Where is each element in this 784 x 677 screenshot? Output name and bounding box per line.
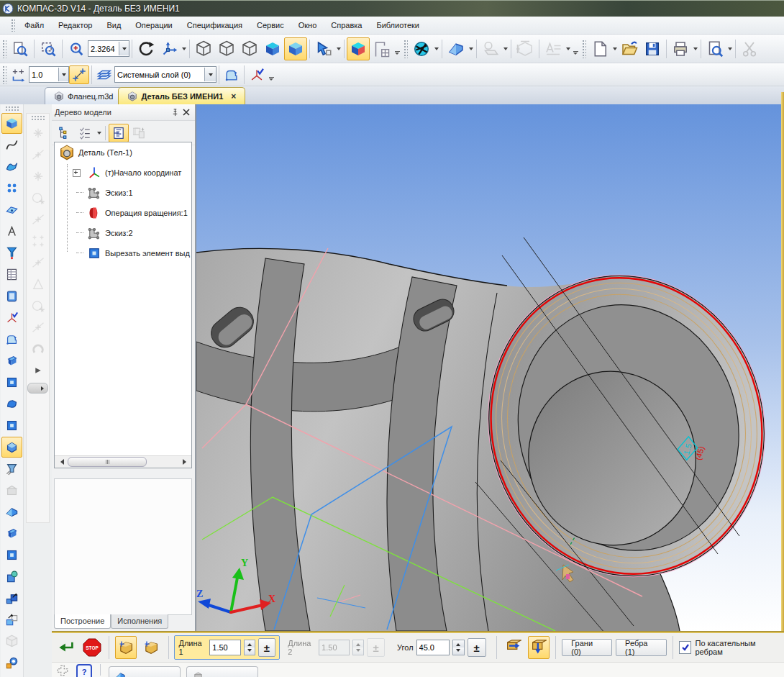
save-button[interactable]: [641, 37, 664, 60]
faces-count-button[interactable]: Грани (0): [562, 639, 612, 656]
step-button[interactable]: [9, 65, 29, 84]
pin-panel-button[interactable]: [169, 106, 181, 118]
length1-spinner[interactable]: [244, 640, 255, 655]
new-document-button[interactable]: [588, 37, 611, 60]
length2-tolerance-button[interactable]: ±: [367, 638, 385, 657]
toolbar-overflow[interactable]: [393, 38, 401, 60]
create-object-button[interactable]: [55, 636, 77, 659]
tree-rebuild-button[interactable]: [129, 124, 150, 142]
tool-filters-button[interactable]: [1, 242, 22, 263]
zoom-scale-combo[interactable]: [88, 40, 129, 57]
length2-spinner[interactable]: [352, 640, 364, 655]
display-mode-button[interactable]: [445, 37, 468, 60]
edges-count-button[interactable]: Ребра (1): [616, 639, 667, 656]
chamfer-by-two-lengths-button[interactable]: [140, 636, 162, 659]
print-preview-dropdown[interactable]: [726, 40, 733, 58]
rotate-button[interactable]: [135, 37, 158, 60]
tab-postroenie[interactable]: Построение: [54, 614, 111, 629]
angle-input[interactable]: [417, 643, 449, 652]
orientation-dropdown[interactable]: [433, 40, 439, 58]
filter-faces-button[interactable]: [347, 37, 370, 60]
layer-value[interactable]: [115, 68, 204, 81]
spin-down[interactable]: [245, 648, 255, 655]
tangent-edges-checkbox[interactable]: [679, 641, 691, 654]
scroll-right-arrow[interactable]: [180, 457, 191, 468]
tree-report-mode-button[interactable]: [109, 124, 129, 142]
tool-report-button[interactable]: [1, 286, 22, 306]
tree-item-part-root[interactable]: Деталь (Тел-1): [55, 142, 191, 163]
tool-cut-element-button[interactable]: [1, 415, 22, 436]
tool-copy-button[interactable]: [1, 653, 22, 673]
tree-item-origin[interactable]: (т)Начало координат: [55, 163, 191, 183]
step-dropdown[interactable]: [58, 68, 68, 81]
tree-item-cut-extrude[interactable]: Вырезать элемент выд: [55, 243, 191, 263]
tool-surfaces-button[interactable]: [1, 156, 22, 177]
tool-points-curve-button[interactable]: [27, 252, 48, 273]
angle-field[interactable]: [416, 640, 450, 655]
chamfer-by-length-angle-button[interactable]: [115, 636, 137, 659]
print-button[interactable]: [669, 37, 692, 60]
move-button[interactable]: [158, 37, 181, 60]
menu-view[interactable]: Вид: [99, 18, 128, 32]
tool-contour-button[interactable]: [1, 329, 22, 350]
doc-tab-detail-bez-imeni[interactable]: Деталь БЕЗ ИМЕНИ1 ×: [118, 87, 245, 104]
menu-window[interactable]: Окно: [291, 18, 324, 32]
scroll-thumb[interactable]: [68, 457, 147, 467]
tool-boolean-button[interactable]: [1, 631, 22, 652]
tree-structure-button[interactable]: [54, 124, 74, 142]
tool-spatial-curves-button[interactable]: [1, 135, 22, 155]
length1-tolerance-button[interactable]: ±: [258, 638, 276, 657]
toolbar-overflow-2[interactable]: [571, 38, 580, 60]
layer-combo[interactable]: [114, 66, 216, 83]
zoom-scale-value[interactable]: [88, 42, 119, 55]
spin-up[interactable]: [245, 640, 255, 648]
toolbar-grip-3[interactable]: [582, 40, 586, 58]
move-dropdown[interactable]: [181, 40, 187, 58]
tool-points-group-button[interactable]: [27, 230, 48, 251]
tool-direction-button[interactable]: [1, 609, 22, 630]
context-help-button[interactable]: ?: [76, 664, 92, 677]
doc-tab-close-button[interactable]: ×: [231, 93, 236, 100]
step-value[interactable]: [29, 68, 58, 81]
direction-second-button[interactable]: [528, 636, 550, 659]
tree-item-sketch2[interactable]: Эскиз:2: [55, 223, 191, 243]
print-dropdown[interactable]: [692, 40, 698, 58]
tool-edit-part-button[interactable]: [1, 113, 22, 134]
viewport-3d[interactable]: 1.5 (45) Z Y X: [196, 104, 781, 631]
tolerance-button[interactable]: [542, 37, 565, 60]
pointer-snap-dropdown[interactable]: [335, 40, 342, 58]
tool-sphere-button[interactable]: [1, 566, 22, 587]
menu-operations[interactable]: Операции: [128, 18, 179, 32]
toolbar2-grip[interactable]: [2, 65, 6, 84]
step-combo[interactable]: [29, 66, 69, 83]
section-view-button[interactable]: [479, 37, 502, 60]
layers-button[interactable]: [94, 65, 114, 84]
doc-tab-flanec[interactable]: Фланец.m3d: [45, 87, 122, 104]
spin-down[interactable]: [453, 648, 464, 655]
snap-cross-button[interactable]: [56, 664, 70, 677]
parameters-tab-2[interactable]: [186, 666, 258, 677]
menu-service[interactable]: Сервис: [250, 18, 291, 32]
contour-button[interactable]: [222, 65, 242, 84]
tool-measure-button[interactable]: [1, 221, 22, 242]
tolerance-dropdown[interactable]: [565, 40, 571, 58]
pointer-snap-button[interactable]: [312, 37, 335, 60]
tree-composition-button[interactable]: [75, 124, 95, 142]
zoom-in-out-button[interactable]: [65, 37, 88, 60]
tool-point-on-curve-button[interactable]: [27, 144, 48, 165]
display-mode-dropdown[interactable]: [468, 40, 474, 58]
zoom-scale-dropdown[interactable]: [119, 42, 129, 55]
tool-angle-button[interactable]: [27, 273, 48, 294]
print-preview-button[interactable]: [703, 37, 726, 60]
tool-point-on-circle-button[interactable]: [27, 187, 48, 208]
tool-chamfer-button[interactable]: [1, 437, 22, 458]
tab-ispolneniya[interactable]: Исполнения: [111, 614, 168, 629]
section-view-dropdown[interactable]: [502, 40, 509, 58]
zoom-all-button[interactable]: [9, 37, 32, 60]
menu-libraries[interactable]: Библиотеки: [369, 18, 427, 32]
length2-field[interactable]: [319, 640, 350, 655]
local-csys-button[interactable]: [247, 65, 267, 84]
spin-up[interactable]: [453, 640, 464, 648]
toolbar2-overflow[interactable]: [267, 64, 275, 86]
tool-expand-button[interactable]: [27, 360, 48, 381]
